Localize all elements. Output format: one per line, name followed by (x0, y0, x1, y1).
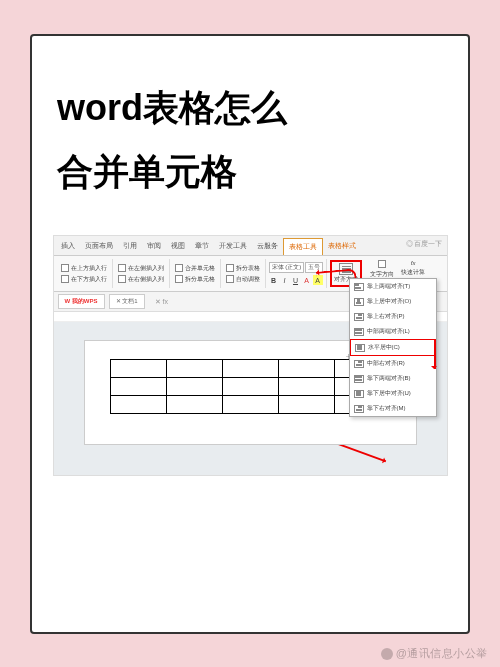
auto-fit[interactable]: 自动调整 (224, 274, 262, 285)
tab-table-style[interactable]: 表格样式 (323, 238, 361, 255)
fx-icon: fx (411, 260, 416, 266)
group-insert-rows: 在上方插入行 在下方插入行 (56, 259, 113, 288)
align-c-icon (355, 344, 365, 352)
tab-table-tools[interactable]: 表格工具 (283, 238, 323, 255)
title-line-1: word表格怎么 (57, 76, 443, 141)
autofit-icon (226, 275, 234, 283)
font-name-select[interactable]: 宋体 (正文) (269, 262, 305, 273)
align-bot-center[interactable]: 靠下居中对齐(U) (350, 386, 436, 401)
tab-cloud[interactable]: 云服务 (252, 238, 283, 255)
align-top-center[interactable]: 靠上居中对齐(O) (350, 294, 436, 309)
tab-dev[interactable]: 开发工具 (214, 238, 252, 255)
group-merge: 合并单元格 拆分单元格 (170, 259, 221, 288)
group-split-table: 拆分表格 自动调整 (221, 259, 266, 288)
tab-layout[interactable]: 页面布局 (80, 238, 118, 255)
tab-insert[interactable]: 插入 (56, 238, 80, 255)
insert-col-left[interactable]: 在左侧插入列 (116, 263, 166, 274)
align-mr-icon (354, 360, 364, 368)
align-center[interactable]: 水平居中(C) (350, 339, 436, 356)
document-tab-1[interactable]: ✕ 文档1 (109, 294, 145, 309)
insert-col-right[interactable]: 在右侧插入列 (116, 274, 166, 285)
split-cells[interactable]: 拆分单元格 (173, 274, 217, 285)
row-above-icon (61, 264, 69, 272)
align-tc-icon (354, 298, 364, 306)
align-mid-left[interactable]: 中部两端对齐(L) (350, 324, 436, 339)
align-bl-icon (354, 375, 364, 383)
ribbon-body: 在上方插入行 在下方插入行 在左侧插入列 在右侧插入列 合并单元格 拆分单元格 … (54, 256, 447, 292)
title-area: word表格怎么 合并单元格 (52, 66, 448, 226)
tutorial-card: word表格怎么 合并单元格 插入 页面布局 引用 审阅 视图 章节 开发工具 … (30, 34, 470, 634)
font-color-button[interactable]: A (302, 275, 312, 285)
align-top-left[interactable]: 靠上两端对齐(T) (350, 279, 436, 294)
underline-button[interactable]: U (291, 275, 301, 285)
tab-review[interactable]: 审阅 (142, 238, 166, 255)
split-table-icon (226, 264, 234, 272)
align-bot-left[interactable]: 靠下两端对齐(B) (350, 371, 436, 386)
tab-references[interactable]: 引用 (118, 238, 142, 255)
ribbon-tabs: 插入 页面布局 引用 审阅 视图 章节 开发工具 云服务 表格工具 表格样式 ◎… (54, 236, 447, 256)
weibo-icon (381, 648, 393, 660)
align-mid-right[interactable]: 中部右对齐(R) (350, 356, 436, 371)
alignment-icon (339, 263, 353, 275)
align-bot-right[interactable]: 靠下右对齐(M) (350, 401, 436, 416)
merge-cells[interactable]: 合并单元格 (173, 263, 217, 274)
align-tl-icon (354, 283, 364, 291)
insert-row-above[interactable]: 在上方插入行 (59, 263, 109, 274)
align-tr-icon (354, 313, 364, 321)
row-below-icon (61, 275, 69, 283)
word-app-screenshot: 插入 页面布局 引用 审阅 视图 章节 开发工具 云服务 表格工具 表格样式 ◎… (53, 235, 448, 476)
bold-button[interactable]: B (269, 275, 279, 285)
text-dir-icon (378, 260, 386, 268)
insert-row-below[interactable]: 在下方插入行 (59, 274, 109, 285)
group-insert-cols: 在左侧插入列 在右侧插入列 (113, 259, 170, 288)
split-table[interactable]: 拆分表格 (224, 263, 262, 274)
title-line-2: 合并单元格 (57, 140, 443, 205)
baidu-search[interactable]: ◎ 百度一下 (406, 239, 443, 249)
alignment-dropdown: 靠上两端对齐(T) 靠上居中对齐(O) 靠上右对齐(P) 中部两端对齐(L) 水… (349, 278, 437, 417)
merge-icon (175, 264, 183, 272)
group-font: 宋体 (正文) 五号 B I U A A (266, 259, 328, 288)
tab-view[interactable]: 视图 (166, 238, 190, 255)
formula-bar: ✕ fx (155, 298, 168, 306)
italic-button[interactable]: I (280, 275, 290, 285)
tab-section[interactable]: 章节 (190, 238, 214, 255)
align-ml-icon (354, 328, 364, 336)
align-top-right[interactable]: 靠上右对齐(P) (350, 309, 436, 324)
watermark: @通讯信息小公举 (381, 646, 488, 661)
col-right-icon (118, 275, 126, 283)
col-left-icon (118, 264, 126, 272)
highlight-button[interactable]: A (313, 275, 323, 285)
screenshot-area: 插入 页面布局 引用 审阅 视图 章节 开发工具 云服务 表格工具 表格样式 ◎… (52, 235, 448, 611)
split-icon (175, 275, 183, 283)
align-br-icon (354, 405, 364, 413)
font-size-select[interactable]: 五号 (305, 262, 323, 273)
align-bc-icon (354, 390, 364, 398)
wps-home-tab[interactable]: W 我的WPS (58, 294, 105, 309)
